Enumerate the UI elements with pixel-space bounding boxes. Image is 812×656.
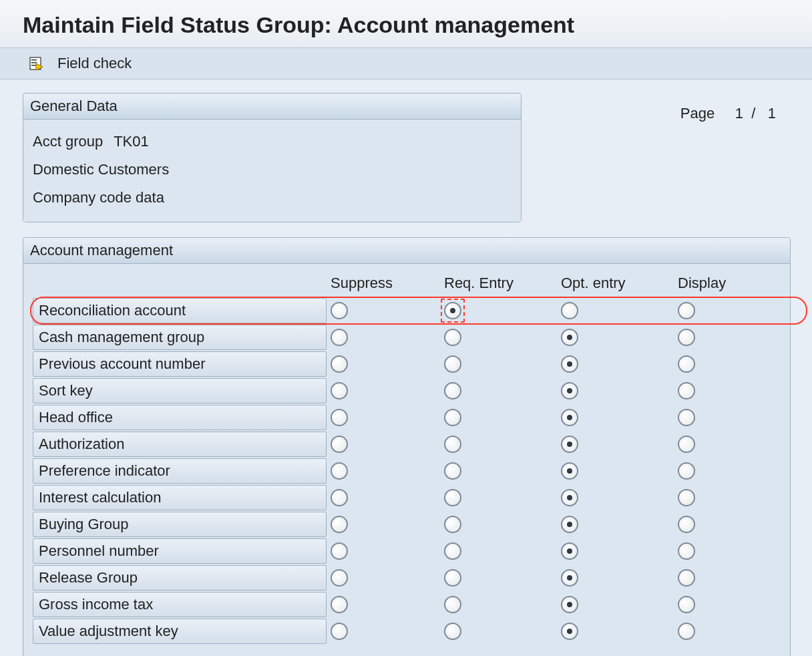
column-headers: Suppress Req. Entry Opt. entry Display — [33, 269, 781, 297]
radio-req-entry[interactable] — [444, 596, 461, 613]
radio-req-entry[interactable] — [444, 462, 461, 480]
radio-suppress[interactable] — [331, 462, 348, 480]
radio-opt-entry[interactable] — [561, 409, 578, 426]
acct-group-section: Company code data — [33, 184, 512, 212]
col-suppress: Suppress — [327, 269, 440, 297]
radio-opt-entry[interactable] — [561, 436, 578, 453]
field-status-row: Previous account number — [33, 351, 781, 377]
radio-opt-entry[interactable] — [561, 382, 578, 399]
field-status-row: Gross income tax — [33, 591, 781, 618]
field-label: Value adjustment key — [33, 619, 327, 644]
field-status-row: Sort key — [33, 377, 781, 404]
field-status-row: Reconciliation account — [33, 297, 781, 324]
radio-opt-entry[interactable] — [561, 489, 578, 506]
field-status-row: Release Group — [33, 564, 781, 591]
radio-suppress[interactable] — [331, 623, 348, 640]
radio-suppress[interactable] — [331, 542, 348, 560]
radio-req-entry[interactable] — [444, 329, 461, 346]
field-label: Interest calculation — [33, 485, 327, 510]
page-title: Maintain Field Status Group: Account man… — [0, 0, 812, 48]
radio-suppress[interactable] — [331, 436, 348, 453]
radio-opt-entry[interactable] — [561, 596, 578, 613]
radio-req-entry[interactable] — [444, 302, 461, 319]
radio-suppress[interactable] — [331, 382, 348, 399]
field-status-row: Preference indicator — [33, 458, 781, 484]
col-req-entry: Req. Entry — [440, 269, 557, 297]
field-label: Reconciliation account — [33, 298, 327, 323]
radio-suppress[interactable] — [331, 516, 348, 533]
field-status-row: Head office — [33, 404, 781, 431]
page-indicator: Page 1 / 1 — [680, 93, 799, 122]
radio-suppress[interactable] — [331, 409, 348, 426]
svg-rect-2 — [31, 62, 37, 63]
field-label: Sort key — [33, 378, 327, 403]
field-label: Preference indicator — [33, 458, 327, 484]
radio-req-entry[interactable] — [444, 569, 461, 587]
radio-display[interactable] — [678, 569, 695, 587]
radio-display[interactable] — [678, 489, 695, 506]
field-label: Buying Group — [33, 512, 327, 537]
field-check-button[interactable]: Field check — [57, 55, 132, 72]
radio-opt-entry[interactable] — [561, 516, 578, 533]
radio-req-entry[interactable] — [444, 436, 461, 453]
field-status-row: Authorization — [33, 431, 781, 458]
field-label: Gross income tax — [33, 592, 327, 617]
radio-opt-entry[interactable] — [561, 329, 578, 346]
radio-suppress[interactable] — [331, 569, 348, 587]
field-check-icon[interactable] — [28, 55, 44, 71]
radio-opt-entry[interactable] — [561, 569, 578, 587]
svg-rect-1 — [31, 59, 37, 61]
radio-display[interactable] — [678, 623, 695, 640]
radio-display[interactable] — [678, 542, 695, 560]
radio-req-entry[interactable] — [444, 489, 461, 506]
field-label: Previous account number — [33, 351, 327, 377]
radio-display[interactable] — [678, 516, 695, 533]
radio-opt-entry[interactable] — [561, 542, 578, 560]
radio-display[interactable] — [678, 462, 695, 480]
radio-opt-entry[interactable] — [561, 355, 578, 373]
radio-suppress[interactable] — [331, 302, 348, 319]
field-label: Head office — [33, 405, 327, 430]
radio-opt-entry[interactable] — [561, 462, 578, 480]
field-label: Cash management group — [33, 325, 327, 350]
radio-display[interactable] — [678, 355, 695, 373]
radio-suppress[interactable] — [331, 596, 348, 613]
radio-req-entry[interactable] — [444, 542, 461, 560]
general-data-panel: General Data Acct group TK01 Domestic Cu… — [23, 93, 522, 222]
acct-group-label: Acct group — [33, 128, 103, 156]
field-status-panel: Account management Suppress Req. Entry O… — [23, 237, 791, 656]
radio-suppress[interactable] — [331, 489, 348, 506]
field-label: Authorization — [33, 432, 327, 457]
radio-req-entry[interactable] — [444, 409, 461, 426]
radio-suppress[interactable] — [331, 355, 348, 373]
field-status-row: Buying Group — [33, 511, 781, 538]
radio-req-entry[interactable] — [444, 623, 461, 640]
radio-req-entry[interactable] — [444, 516, 461, 533]
acct-group-desc: Domestic Customers — [33, 156, 512, 184]
field-status-row: Value adjustment key — [33, 618, 781, 645]
radio-opt-entry[interactable] — [561, 623, 578, 640]
field-status-row: Personnel number — [33, 538, 781, 564]
col-display: Display — [674, 269, 754, 297]
radio-display[interactable] — [678, 409, 695, 426]
radio-suppress[interactable] — [331, 329, 348, 346]
field-status-header: Account management — [23, 238, 790, 264]
radio-req-entry[interactable] — [444, 382, 461, 399]
acct-group-value: TK01 — [114, 128, 149, 156]
radio-display[interactable] — [678, 596, 695, 613]
radio-display[interactable] — [678, 302, 695, 319]
field-label: Release Group — [33, 565, 327, 591]
radio-display[interactable] — [678, 329, 695, 346]
field-status-row: Cash management group — [33, 324, 781, 351]
toolbar: Field check — [0, 48, 812, 79]
radio-display[interactable] — [678, 436, 695, 453]
col-opt-entry: Opt. entry — [557, 269, 674, 297]
field-status-row: Interest calculation — [33, 484, 781, 511]
general-data-header: General Data — [23, 94, 521, 120]
radio-req-entry[interactable] — [444, 355, 461, 373]
radio-display[interactable] — [678, 382, 695, 399]
field-label: Personnel number — [33, 538, 327, 564]
radio-opt-entry[interactable] — [561, 302, 578, 319]
